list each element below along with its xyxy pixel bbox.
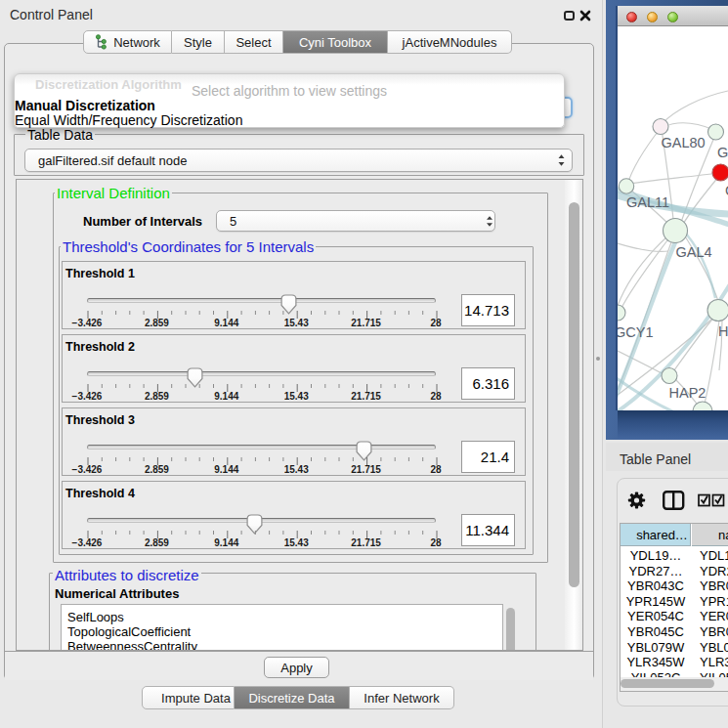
- svg-text:GCY1: GCY1: [618, 324, 654, 340]
- svg-text:HIS4: HIS4: [718, 323, 728, 339]
- svg-text:GAL80: GAL80: [662, 135, 706, 150]
- svg-text:HAP2: HAP2: [669, 385, 707, 401]
- svg-text:GAL6: GAL6: [717, 145, 728, 160]
- svg-text:GAL11: GAL11: [626, 194, 669, 210]
- svg-text:GAL4: GAL4: [676, 244, 712, 260]
